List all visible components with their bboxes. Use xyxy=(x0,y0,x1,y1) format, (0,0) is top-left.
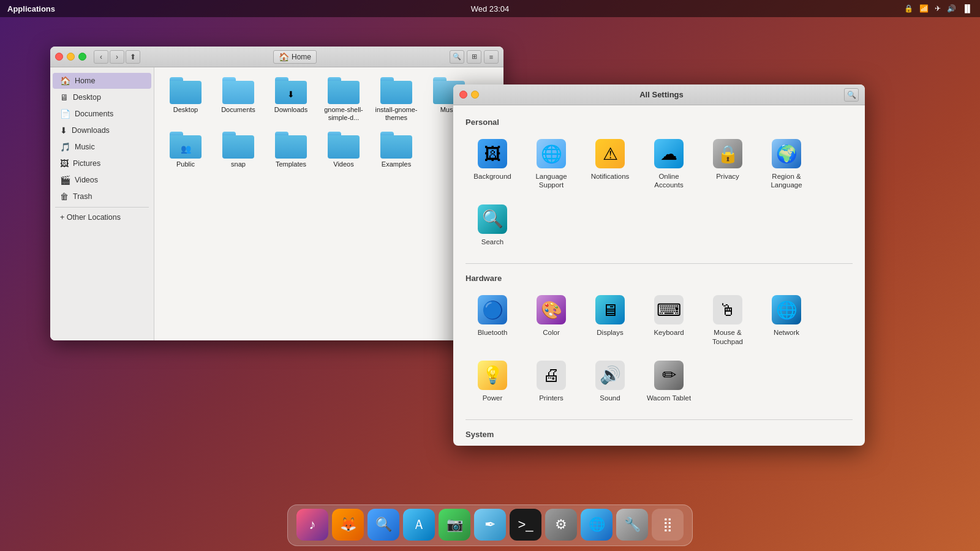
folder-overlay-icon xyxy=(385,141,407,156)
folder-icon xyxy=(222,132,254,159)
dock-item-grid[interactable]: ⣿ xyxy=(652,509,684,541)
settings-search-button[interactable]: 🔍 xyxy=(844,88,859,102)
settings-item-printers[interactable]: 🖨 Printers xyxy=(524,356,578,407)
other-locations[interactable]: + Other Locations xyxy=(53,210,151,225)
settings-item-online-accounts[interactable]: ☁ Online Accounts xyxy=(642,134,696,195)
settings-item-keyboard[interactable]: ⌨ Keyboard xyxy=(642,290,696,351)
folder-icon xyxy=(380,132,412,159)
file-item-install-gnome-themes[interactable]: install-gnome-themes xyxy=(372,75,420,124)
home-icon: 🏠 xyxy=(60,76,70,86)
minimize-button[interactable] xyxy=(67,53,75,61)
settings-item-displays[interactable]: 🖥 Displays xyxy=(583,290,637,351)
settings-item-region[interactable]: 🌍 Region & Language xyxy=(760,134,813,195)
file-item-public[interactable]: 👥 Public xyxy=(162,129,209,171)
sidebar-item-desktop[interactable]: 🖥Desktop xyxy=(53,89,151,105)
dock-item-prefs[interactable]: 🔧 xyxy=(616,509,648,541)
folder-overlay-icon: ⬇ xyxy=(280,87,302,102)
dock-item-appstore[interactable]: Ａ xyxy=(403,509,435,541)
back-button[interactable]: ‹ xyxy=(94,50,108,64)
system-tray: 🔒 📶 ✈ 🔊 ▐▌ xyxy=(904,4,973,13)
pictures-icon: 🖼 xyxy=(60,159,69,168)
dock-item-facetime[interactable]: 📷 xyxy=(439,509,470,541)
file-item-downloads[interactable]: ⬇ Downloads xyxy=(267,75,315,124)
menu-button[interactable]: ≡ xyxy=(484,50,499,64)
browser-dock-icon: 🌐 xyxy=(589,517,605,533)
file-manager-titlebar: ‹ › ⬆ 🏠 Home 🔍 ⊞ ≡ xyxy=(50,47,503,67)
search-tool-button[interactable]: 🔍 xyxy=(450,50,464,64)
settings-item-language[interactable]: 🌐 Language Support xyxy=(524,134,578,195)
section-title-personal: Personal xyxy=(466,118,853,127)
facetime-dock-icon: 📷 xyxy=(447,517,463,533)
file-item-snap[interactable]: snap xyxy=(214,129,262,171)
folder-icon xyxy=(222,77,254,104)
dock-item-music[interactable]: ♪ xyxy=(296,509,328,541)
dock-item-settings[interactable]: ⚙ xyxy=(545,509,577,541)
file-item-documents[interactable]: Documents xyxy=(214,75,262,124)
settings-item-bluetooth[interactable]: 🔵 Bluetooth xyxy=(466,290,519,351)
sound-icon: 🔊 xyxy=(595,361,625,390)
folder-icon: ⬇ xyxy=(275,77,307,104)
settings-item-wacom[interactable]: ✏ Wacom Tablet xyxy=(642,356,696,407)
parent-button[interactable]: ⬆ xyxy=(126,50,140,64)
airplane-icon: ✈ xyxy=(935,4,941,13)
downloads-icon: ⬇ xyxy=(60,126,67,135)
settings-item-sound[interactable]: 🔊 Sound xyxy=(583,356,637,407)
app-menu[interactable]: Applications xyxy=(7,4,55,13)
settings-item-power[interactable]: 💡 Power xyxy=(466,356,519,407)
file-item-templates[interactable]: Templates xyxy=(267,129,315,171)
settings-item-color[interactable]: 🎨 Color xyxy=(524,290,578,351)
settings-item-network[interactable]: 🌐 Network xyxy=(760,290,813,351)
sidebar-separator xyxy=(55,207,149,208)
file-item-desktop[interactable]: Desktop xyxy=(162,75,209,124)
home-path-icon: 🏠 xyxy=(279,52,289,62)
folder-icon xyxy=(170,77,202,104)
dock-item-finder[interactable]: 🔍 xyxy=(368,509,399,541)
folder-icon xyxy=(328,132,360,159)
mouse-icon: 🖱 xyxy=(713,295,742,324)
appstore-dock-icon: Ａ xyxy=(412,515,426,534)
settings-window: All Settings 🔍 Personal 🖼 Background 🌐 L… xyxy=(453,84,865,446)
settings-item-notifications[interactable]: ⚠ Notifications xyxy=(583,134,637,195)
region-icon: 🌍 xyxy=(772,139,801,168)
maximize-button[interactable] xyxy=(78,53,86,61)
settings-close-button[interactable] xyxy=(459,91,467,99)
region-label: Region & Language xyxy=(762,172,811,190)
sidebar-item-pictures[interactable]: 🖼Pictures xyxy=(53,156,151,171)
printers-label: Printers xyxy=(539,394,564,402)
sidebar-item-documents[interactable]: 📄Documents xyxy=(53,106,151,122)
bluetooth-icon: 🔵 xyxy=(478,295,507,324)
search-label: Search xyxy=(481,238,503,246)
folder-overlay-icon xyxy=(385,87,407,102)
grid-view-button[interactable]: ⊞ xyxy=(467,50,481,64)
color-icon: 🎨 xyxy=(537,295,566,324)
sidebar-item-label: Home xyxy=(75,77,95,85)
sidebar-item-label: Documents xyxy=(75,110,113,118)
settings-item-background[interactable]: 🖼 Background xyxy=(466,134,519,195)
dock-item-browser[interactable]: 🌐 xyxy=(581,509,612,541)
dock-item-terminal[interactable]: >_ xyxy=(510,509,541,541)
sidebar-item-home[interactable]: 🏠Home xyxy=(53,73,151,89)
path-display[interactable]: 🏠 Home xyxy=(273,50,317,64)
file-name: Documents xyxy=(221,106,255,114)
dock-item-inkscape[interactable]: ✒ xyxy=(474,509,506,541)
forward-button[interactable]: › xyxy=(110,50,124,64)
section-divider-hardware xyxy=(466,419,853,420)
sidebar-item-videos[interactable]: 🎬Videos xyxy=(53,172,151,188)
settings-item-privacy[interactable]: 🔒 Privacy xyxy=(701,134,755,195)
dock-item-firefox[interactable]: 🦊 xyxy=(332,509,364,541)
settings-minimize-button[interactable] xyxy=(471,91,479,99)
file-item-gnome-shell-simple[interactable]: gnome-shell-simple-d... xyxy=(320,75,368,124)
file-name: Videos xyxy=(333,160,353,168)
keyboard-label: Keyboard xyxy=(654,328,684,337)
sound-label: Sound xyxy=(600,394,620,402)
sidebar-item-music[interactable]: 🎵Music xyxy=(53,139,151,155)
close-button[interactable] xyxy=(55,53,63,61)
settings-item-search[interactable]: 🔍 Search xyxy=(466,200,519,251)
file-item-examples[interactable]: Examples xyxy=(372,129,420,171)
sidebar-item-downloads[interactable]: ⬇Downloads xyxy=(53,122,151,138)
file-name: Templates xyxy=(276,160,306,168)
sidebar-item-trash[interactable]: 🗑Trash xyxy=(53,189,151,204)
settings-item-mouse[interactable]: 🖱 Mouse & Touchpad xyxy=(701,290,755,351)
file-item-videos[interactable]: Videos xyxy=(320,129,368,171)
finder-dock-icon: 🔍 xyxy=(375,517,392,533)
